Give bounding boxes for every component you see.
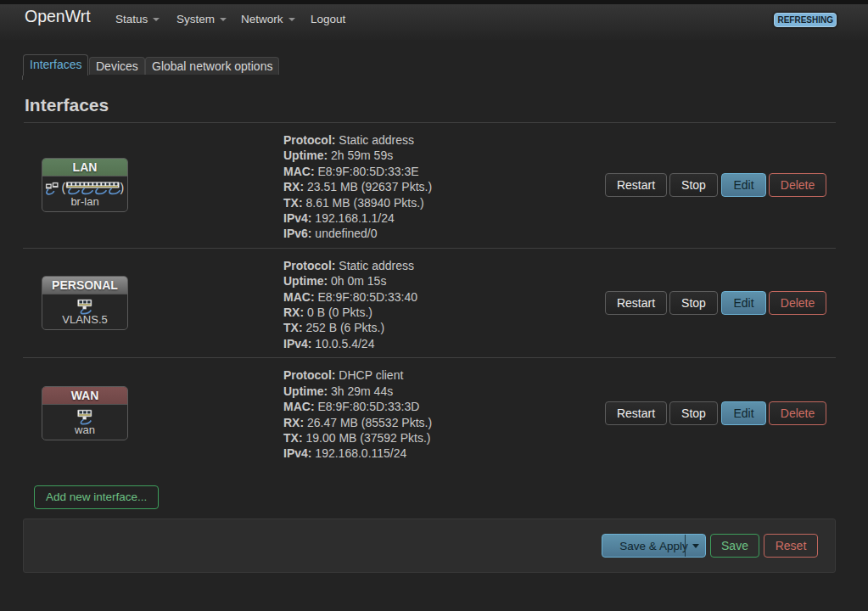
svg-text:): ): [120, 181, 125, 194]
svg-text:(: (: [62, 181, 66, 194]
